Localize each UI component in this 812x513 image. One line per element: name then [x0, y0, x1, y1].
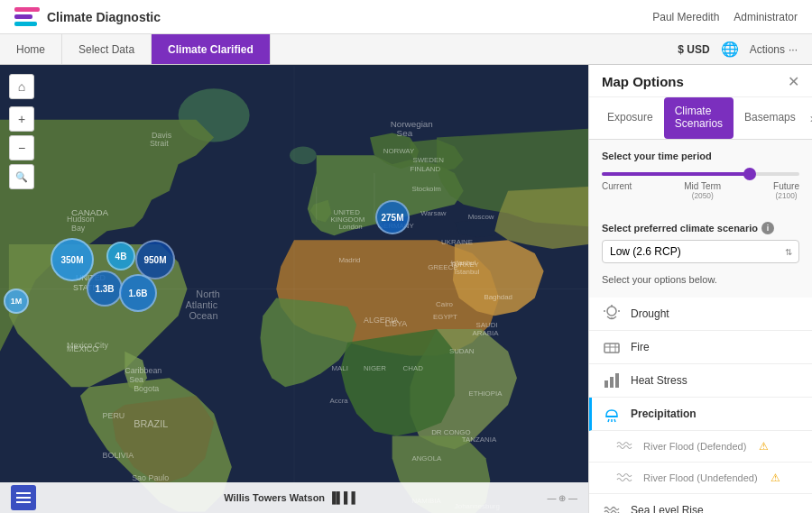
- option-precipitation[interactable]: Precipitation: [589, 398, 812, 431]
- time-labels: Current Mid Term (2050) Future (2100): [602, 181, 799, 200]
- user-role: Administrator: [734, 11, 798, 23]
- drought-icon: [602, 304, 622, 324]
- sub-option-river-flood-defended[interactable]: River Flood (Defended) ⚠: [589, 431, 812, 463]
- tab-basemaps[interactable]: Basemaps: [734, 104, 807, 133]
- bubble-275m[interactable]: 275M: [375, 200, 410, 234]
- sea-level-rise-icon: [602, 500, 622, 513]
- svg-text:Hudson: Hudson: [67, 215, 95, 224]
- svg-text:North: North: [196, 289, 220, 299]
- svg-text:Strait: Strait: [150, 139, 169, 148]
- svg-text:Madrid: Madrid: [338, 256, 360, 264]
- svg-text:Bay: Bay: [71, 224, 86, 233]
- svg-text:EGYPT: EGYPT: [433, 313, 457, 321]
- option-sea-level-rise[interactable]: Sea Level Rise: [589, 494, 812, 513]
- logo-bar-1: [14, 7, 40, 12]
- svg-text:Cairo: Cairo: [436, 300, 453, 308]
- svg-text:SWEDEN: SWEDEN: [412, 156, 444, 164]
- climate-scenario-label: Select preferred climate scenario i: [602, 222, 799, 234]
- climate-scenario-select-wrapper: Low (2.6 RCP) Medium (4.5 RCP) High (8.5…: [602, 240, 799, 263]
- svg-text:FINLAND: FINLAND: [410, 165, 440, 173]
- time-slider[interactable]: Current Mid Term (2050) Future (2100): [602, 169, 799, 211]
- svg-rect-60: [16, 492, 31, 494]
- bubble-4b[interactable]: 4B: [106, 242, 135, 270]
- menu-toggle-button[interactable]: [11, 485, 36, 510]
- fire-label: Fire: [631, 341, 650, 353]
- tab-exposure[interactable]: Exposure: [596, 104, 664, 133]
- nav-home[interactable]: Home: [0, 34, 62, 64]
- svg-text:PERU: PERU: [103, 411, 125, 420]
- nav-climate-clarified[interactable]: Climate Clarified: [152, 34, 271, 64]
- svg-text:Stockolm: Stockolm: [411, 185, 441, 193]
- svg-text:SUDAN: SUDAN: [449, 347, 475, 355]
- river-flood-undefended-icon: [614, 468, 634, 488]
- logo-bar-3: [14, 22, 37, 26]
- heat-stress-label: Heat Stress: [631, 374, 687, 387]
- actions-label: Actions: [750, 43, 785, 56]
- fire-icon: [602, 337, 622, 357]
- drought-label: Drought: [631, 307, 669, 320]
- wtw-logo: Willis Towers Watson ▐▌▌▌: [224, 491, 359, 504]
- time-label-future: Future (2100): [773, 181, 799, 200]
- actions-button[interactable]: Actions ···: [750, 43, 798, 56]
- svg-text:DR CONGO: DR CONGO: [431, 428, 470, 436]
- option-fire[interactable]: Fire: [589, 331, 812, 364]
- svg-text:Sea: Sea: [129, 375, 143, 384]
- zoom-out-button[interactable]: −: [9, 135, 34, 160]
- option-drought[interactable]: Drought: [589, 298, 812, 331]
- svg-text:Davis: Davis: [152, 131, 172, 140]
- svg-text:ETHIOPIA: ETHIOPIA: [469, 389, 503, 398]
- app-title: Climate Diagnostic: [47, 10, 161, 24]
- options-label: Select your options below.: [602, 274, 799, 285]
- svg-text:Sea: Sea: [397, 128, 413, 138]
- svg-text:Bogota: Bogota: [134, 384, 159, 393]
- svg-text:BOLIVIA: BOLIVIA: [103, 451, 134, 460]
- svg-point-63: [607, 307, 616, 316]
- zoom-in-button[interactable]: +: [9, 106, 34, 132]
- svg-text:Caribbean: Caribbean: [125, 366, 161, 375]
- bottom-bar: Willis Towers Watson ▐▌▌▌ — ⊕ —: [0, 482, 588, 513]
- bubble-350m[interactable]: 350M: [51, 238, 94, 281]
- svg-text:ARABIA: ARABIA: [473, 329, 500, 337]
- climate-scenario-select[interactable]: Low (2.6 RCP) Medium (4.5 RCP) High (8.5…: [602, 240, 799, 263]
- svg-text:Atlantic: Atlantic: [185, 299, 217, 310]
- warning-icon-undefended: ⚠: [770, 472, 780, 484]
- tab-chevron-icon[interactable]: ›: [807, 107, 812, 129]
- time-thumb: [743, 168, 756, 180]
- time-fill: [602, 172, 750, 176]
- precipitation-icon: [602, 404, 622, 424]
- tab-climate-scenarios[interactable]: Climate Scenarios: [664, 97, 734, 139]
- globe-icon[interactable]: 🌐: [721, 41, 739, 58]
- sub-option-river-flood-undefended[interactable]: River Flood (Undefended) ⚠: [589, 463, 812, 494]
- svg-text:Mexico City: Mexico City: [67, 341, 108, 350]
- svg-rect-68: [604, 344, 619, 353]
- river-flood-defended-icon: [614, 436, 634, 456]
- time-period-label: Select your time period: [602, 151, 799, 161]
- svg-text:Accra: Accra: [330, 397, 349, 405]
- svg-text:CHAD: CHAD: [403, 364, 424, 372]
- search-map-button[interactable]: 🔍: [9, 164, 34, 189]
- panel-title: Map Options: [602, 74, 684, 89]
- home-toolbar-button[interactable]: ⌂: [9, 74, 34, 99]
- right-panel: Map Options ✕ Exposure Climate Scenarios…: [588, 65, 812, 513]
- nav-select-data[interactable]: Select Data: [62, 34, 152, 64]
- user-name: Paul Meredith: [652, 11, 719, 23]
- option-heat-stress[interactable]: Heat Stress: [589, 364, 812, 398]
- river-flood-defended-label: River Flood (Defended): [643, 441, 746, 452]
- info-icon[interactable]: i: [761, 222, 774, 234]
- svg-text:London: London: [338, 223, 362, 231]
- bubble-1m[interactable]: 1M: [4, 289, 29, 314]
- bubble-13b[interactable]: 1.3B: [87, 270, 123, 307]
- close-panel-button[interactable]: ✕: [788, 75, 799, 89]
- svg-text:Sao Paulo: Sao Paulo: [132, 473, 169, 482]
- map-area[interactable]: CANADA UNITED STATES MEXICO Hudson Bay D…: [0, 65, 588, 513]
- logo-bar-2: [14, 14, 32, 19]
- time-label-current: Current: [602, 181, 632, 200]
- svg-rect-62: [16, 501, 31, 503]
- svg-text:NIGER: NIGER: [364, 364, 386, 372]
- time-period-section: Select your time period Current Mid Term…: [589, 140, 812, 218]
- svg-point-2: [290, 146, 317, 164]
- bubble-16b[interactable]: 1.6B: [119, 274, 157, 312]
- svg-text:Ocean: Ocean: [189, 310, 217, 321]
- heat-stress-icon: [602, 371, 622, 390]
- svg-rect-72: [604, 380, 608, 388]
